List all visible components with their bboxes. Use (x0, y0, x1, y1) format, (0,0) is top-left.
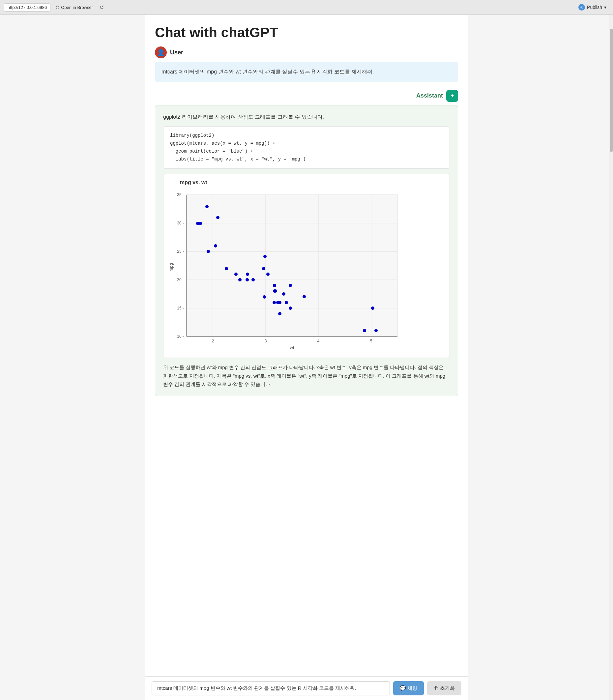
data-point (278, 301, 282, 304)
svg-text:3: 3 (265, 339, 267, 343)
publish-chevron-icon: ▾ (604, 4, 607, 10)
code-block: library(ggplot2) ggplot(mtcars, aes(x = … (163, 126, 450, 169)
user-message: mtcars 데이터셋의 mpg 변수와 wt 변수와의 관계를 살필수 있는 … (155, 62, 458, 82)
svg-text:30 -: 30 - (177, 221, 184, 225)
svg-text:4: 4 (317, 339, 320, 343)
data-point (262, 267, 265, 270)
main-content: Chat with chatGPT 👤 User mtcars 데이터셋의 mp… (145, 15, 468, 700)
browser-bar: http://127.0.0.1:6986 ⬡ Open in Browser … (0, 0, 613, 15)
svg-text:5: 5 (370, 339, 373, 343)
chart-container: mpg vs. wt (163, 174, 450, 358)
data-point (216, 216, 220, 219)
avatar: 👤 (155, 47, 167, 58)
data-point (273, 284, 276, 287)
scrollbar-thumb[interactable] (610, 29, 613, 152)
assistant-header: Assistant ✦ (155, 90, 458, 102)
data-point (371, 307, 374, 310)
data-point (273, 289, 276, 293)
data-point (273, 301, 276, 304)
data-point (214, 244, 217, 247)
user-header: 👤 User (155, 47, 458, 58)
data-point (263, 255, 266, 258)
assistant-avatar: ✦ (446, 90, 458, 102)
data-point (251, 278, 255, 282)
scrollbar-track[interactable] (609, 15, 613, 700)
assistant-label: Assistant (416, 92, 443, 99)
scatter-plot: 35 - 30 - 25 - 20 - 15 - 10 - 2 3 4 5 mp… (167, 188, 404, 350)
input-bar: 💬 채팅 🗑 초기화 (145, 676, 468, 700)
browser-url: http://127.0.0.1:6986 (4, 3, 50, 12)
svg-text:mpg: mpg (169, 263, 174, 272)
data-point (289, 307, 292, 310)
page-title: Chat with chatGPT (155, 25, 458, 40)
data-point (282, 292, 285, 296)
user-label: User (170, 49, 183, 56)
svg-text:2: 2 (212, 339, 214, 343)
data-point (246, 273, 249, 276)
data-point (246, 278, 249, 282)
svg-text:10 -: 10 - (177, 334, 184, 339)
data-point (238, 278, 242, 282)
assistant-response: ggplot2 라이브러리를 사용하여 산점도 그래프를 그려볼 수 있습니다.… (155, 105, 458, 396)
data-point (363, 329, 366, 332)
data-point (207, 250, 210, 253)
chart-svg-wrapper: 35 - 30 - 25 - 20 - 15 - 10 - 2 3 4 5 mp… (167, 188, 446, 351)
refresh-icon: ↺ (100, 4, 104, 10)
chat-input[interactable] (152, 681, 390, 696)
open-in-browser-icon: ⬡ (56, 5, 59, 10)
assistant-description: 위 코드를 실행하면 wt와 mpg 변수 간의 산점도 그래프가 나타납니다.… (163, 363, 450, 389)
reset-button[interactable]: 🗑 초기화 (427, 681, 461, 696)
assistant-intro-text: ggplot2 라이브러리를 사용하여 산점도 그래프를 그려볼 수 있습니다. (163, 113, 450, 121)
data-point (289, 284, 292, 287)
data-point (225, 267, 228, 270)
svg-text:35 -: 35 - (177, 193, 184, 197)
chart-title: mpg vs. wt (180, 180, 446, 185)
refresh-button[interactable]: ↺ (98, 3, 105, 12)
data-point (266, 273, 270, 276)
publish-icon: ◎ (578, 4, 585, 11)
chat-button[interactable]: 💬 채팅 (393, 681, 424, 696)
svg-text:25 -: 25 - (177, 249, 184, 254)
open-in-browser-button[interactable]: ⬡ Open in Browser (54, 4, 95, 11)
data-point (285, 301, 288, 304)
data-point (263, 295, 266, 299)
data-point (196, 222, 199, 225)
data-point (374, 329, 378, 332)
publish-button[interactable]: ◎ Publish ▾ (576, 3, 609, 12)
data-point (205, 205, 209, 208)
svg-text:20 -: 20 - (177, 277, 184, 282)
svg-text:wt: wt (290, 345, 294, 350)
svg-text:15 -: 15 - (177, 306, 184, 310)
data-point (278, 312, 282, 315)
data-point (234, 273, 238, 276)
data-point (302, 295, 306, 298)
